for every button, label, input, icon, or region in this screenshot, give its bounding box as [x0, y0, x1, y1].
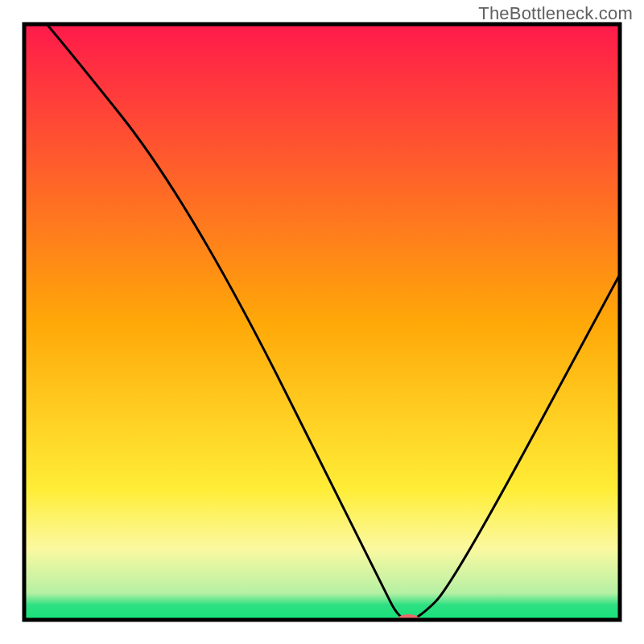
attribution-label: TheBottleneck.com	[478, 3, 633, 24]
plot-background	[24, 24, 620, 620]
chart-container: TheBottleneck.com	[0, 0, 644, 644]
bottleneck-chart	[0, 0, 644, 644]
